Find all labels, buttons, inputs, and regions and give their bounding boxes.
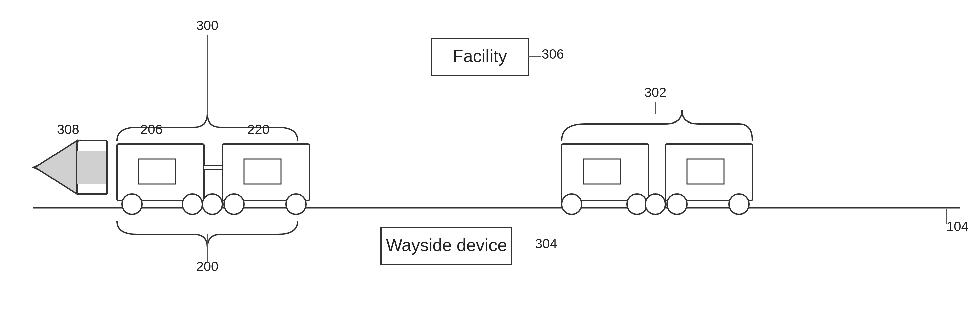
label-302: 302 bbox=[644, 85, 667, 100]
svg-point-13 bbox=[182, 194, 202, 214]
label-304: 304 bbox=[535, 236, 557, 251]
svg-point-28 bbox=[729, 194, 749, 214]
svg-rect-6 bbox=[77, 150, 107, 184]
label-306: 306 bbox=[542, 46, 564, 61]
svg-rect-17 bbox=[244, 159, 281, 184]
direction-arrow bbox=[35, 141, 107, 194]
svg-rect-14 bbox=[203, 166, 223, 170]
svg-rect-26 bbox=[687, 159, 724, 184]
label-220: 220 bbox=[247, 122, 270, 137]
svg-rect-21 bbox=[584, 159, 620, 184]
svg-point-24 bbox=[645, 194, 665, 214]
svg-point-15 bbox=[202, 194, 222, 214]
svg-point-27 bbox=[667, 194, 687, 214]
svg-point-12 bbox=[122, 194, 142, 214]
svg-point-23 bbox=[627, 194, 647, 214]
wayside-device-label: Wayside device bbox=[386, 235, 507, 255]
label-104: 104 bbox=[946, 219, 969, 233]
facility-label: Facility bbox=[453, 46, 507, 66]
svg-point-22 bbox=[562, 194, 582, 214]
diagram: Facility Wayside device 300 200 206 220 … bbox=[0, 0, 980, 326]
label-308: 308 bbox=[57, 122, 79, 137]
label-300: 300 bbox=[196, 18, 219, 33]
svg-rect-11 bbox=[139, 159, 175, 184]
label-206: 206 bbox=[140, 122, 163, 137]
svg-marker-5 bbox=[35, 141, 77, 194]
svg-point-19 bbox=[286, 194, 306, 214]
svg-point-18 bbox=[224, 194, 244, 214]
